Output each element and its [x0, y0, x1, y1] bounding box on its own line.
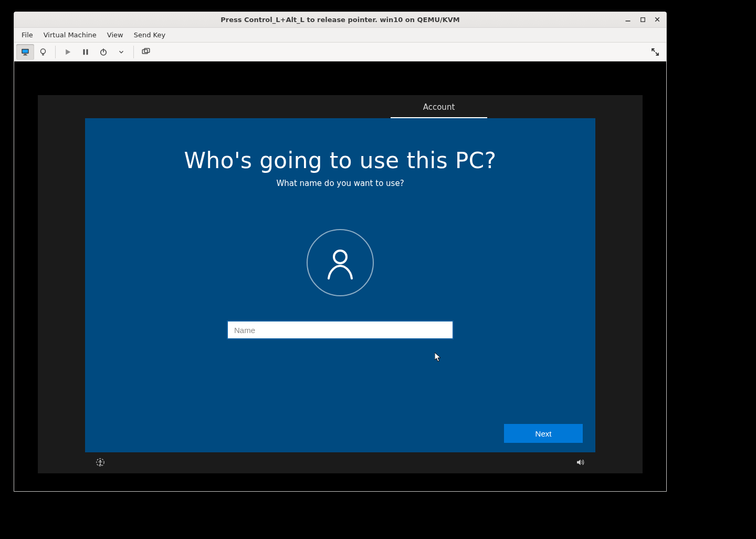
- vm-window: Press Control_L+Alt_L to release pointer…: [14, 12, 667, 492]
- menubar: File Virtual Machine View Send Key: [14, 28, 666, 43]
- volume-icon: [575, 458, 585, 467]
- ease-of-access-button[interactable]: [96, 458, 105, 469]
- pause-icon: [81, 47, 90, 57]
- svg-rect-7: [87, 49, 88, 55]
- power-icon: [99, 47, 108, 57]
- maximize-button[interactable]: [636, 13, 649, 26]
- guest-screen: Account Who's going to use this PC? What…: [38, 95, 643, 473]
- play-icon: [63, 47, 72, 57]
- menu-send-key[interactable]: Send Key: [130, 29, 170, 41]
- window-controls: [621, 13, 664, 26]
- svg-rect-10: [144, 48, 150, 53]
- svg-point-11: [334, 251, 346, 263]
- fullscreen-button[interactable]: [646, 44, 664, 60]
- svg-rect-3: [24, 54, 27, 55]
- toolbar-separator: [133, 46, 134, 58]
- minimize-button[interactable]: [621, 13, 635, 26]
- titlebar: Press Control_L+Alt_L to release pointer…: [14, 12, 666, 28]
- volume-button[interactable]: [575, 458, 585, 469]
- svg-point-5: [41, 49, 46, 54]
- next-button[interactable]: Next: [504, 424, 583, 443]
- name-input[interactable]: [227, 320, 454, 339]
- pause-button[interactable]: [77, 44, 94, 60]
- tab-account[interactable]: Account: [391, 102, 487, 118]
- chevron-down-icon: [118, 48, 125, 56]
- shutdown-button[interactable]: [94, 44, 112, 60]
- close-icon: [654, 16, 660, 23]
- console-view-button[interactable]: [16, 44, 34, 60]
- svg-rect-2: [23, 49, 28, 53]
- oobe-panel: Who's going to use this PC? What name do…: [85, 118, 595, 452]
- details-view-button[interactable]: [34, 44, 52, 60]
- oobe-subheading: What name do you want to use?: [276, 179, 404, 188]
- menu-view[interactable]: View: [103, 29, 128, 41]
- menu-virtual-machine[interactable]: Virtual Machine: [39, 29, 101, 41]
- maximize-icon: [640, 17, 646, 23]
- toolbar: [14, 43, 666, 61]
- run-button[interactable]: [59, 44, 77, 60]
- minimize-icon: [625, 16, 631, 23]
- shutdown-menu-button[interactable]: [112, 44, 130, 60]
- monitor-icon: [20, 47, 30, 57]
- snapshots-icon: [141, 47, 151, 57]
- svg-rect-4: [23, 55, 27, 55]
- oobe-heading: Who's going to use this PC?: [184, 148, 497, 173]
- accessibility-icon: [96, 458, 105, 467]
- guest-display[interactable]: Account Who's going to use this PC? What…: [14, 61, 666, 491]
- lightbulb-icon: [38, 47, 48, 57]
- toolbar-separator: [55, 46, 56, 58]
- fullscreen-icon: [650, 47, 660, 57]
- svg-rect-6: [83, 49, 85, 55]
- svg-point-13: [100, 460, 101, 462]
- person-icon: [323, 246, 357, 279]
- snapshots-button[interactable]: [137, 44, 155, 60]
- avatar-circle: [307, 229, 374, 296]
- window-title: Press Control_L+Alt_L to release pointer…: [220, 16, 460, 24]
- svg-rect-9: [142, 49, 148, 54]
- svg-rect-0: [640, 17, 645, 22]
- menu-file[interactable]: File: [17, 29, 37, 41]
- close-button[interactable]: [650, 13, 664, 26]
